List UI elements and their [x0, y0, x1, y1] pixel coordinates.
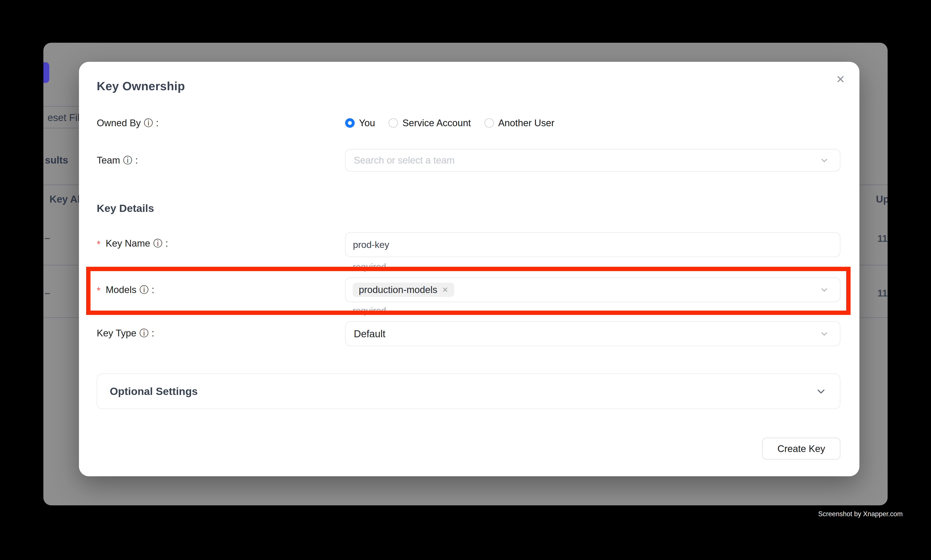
chevron-down-icon[interactable]: [815, 385, 827, 397]
screenshot-canvas: eset Filt sults Key Alia – – Up 11/ 11/ …: [0, 0, 931, 560]
chevron-down-icon: [820, 155, 829, 165]
bg-divider: [43, 185, 79, 185]
key-name-label-text: Key Name: [106, 238, 150, 249]
info-icon[interactable]: ⓘ: [153, 239, 163, 248]
info-icon[interactable]: ⓘ: [140, 329, 149, 338]
reset-filters-fragment: eset Filt: [48, 112, 82, 123]
required-asterisk: *: [97, 239, 100, 250]
bg-divider: [858, 185, 888, 185]
key-details-heading: Key Details: [97, 202, 154, 214]
radio-label: Service Account: [402, 118, 471, 128]
team-select[interactable]: Search or select a team: [345, 149, 840, 172]
chevron-down-icon: [820, 285, 829, 295]
bg-divider: [858, 317, 888, 318]
bg-divider: [43, 128, 79, 128]
models-select[interactable]: production-models ✕: [345, 277, 840, 302]
models-required-hint: required: [353, 306, 386, 316]
table-cell-date: 11/: [877, 288, 888, 298]
radio-option-service-account[interactable]: Service Account: [388, 118, 471, 128]
required-asterisk: *: [97, 285, 100, 296]
key-name-required-hint: required: [353, 262, 386, 272]
owned-by-label: Owned By ⓘ :: [97, 117, 159, 129]
selected-model-tag: production-models ✕: [353, 283, 454, 297]
info-icon[interactable]: ⓘ: [140, 285, 149, 294]
optional-settings-label: Optional Settings: [110, 385, 198, 397]
optional-settings-panel[interactable]: Optional Settings: [97, 374, 840, 409]
bg-divider: [43, 106, 79, 107]
key-name-value: prod-key: [346, 240, 389, 250]
models-label-text: Models: [106, 284, 137, 295]
radio-unselected-icon[interactable]: [485, 118, 494, 128]
chevron-down-icon: [820, 329, 829, 338]
team-label: Team ⓘ :: [97, 154, 138, 167]
watermark-text: Screenshot by Xnapper.com: [818, 510, 903, 518]
table-cell-date: 11/: [877, 233, 888, 244]
bg-divider: [858, 265, 888, 265]
key-name-input[interactable]: prod-key: [345, 232, 840, 257]
app-window-backdrop: eset Filt sults Key Alia – – Up 11/ 11/ …: [43, 43, 888, 505]
results-count-fragment: sults: [45, 154, 68, 166]
radio-option-another-user[interactable]: Another User: [485, 118, 554, 128]
radio-label: Another User: [498, 118, 554, 128]
colon: :: [135, 155, 138, 166]
owned-by-label-text: Owned By: [97, 118, 141, 128]
table-cell-dash: –: [45, 232, 50, 243]
key-type-select[interactable]: Default: [345, 321, 840, 346]
radio-selected-icon[interactable]: [345, 118, 355, 128]
table-cell-dash: –: [45, 287, 50, 298]
bg-divider: [43, 317, 79, 318]
modal-title: Key Ownership: [97, 79, 185, 93]
create-key-button[interactable]: Create Key: [762, 438, 840, 460]
colon: :: [156, 118, 159, 128]
selected-model-tag-text: production-models: [359, 284, 437, 295]
key-type-label: Key Type ⓘ :: [97, 327, 154, 340]
key-type-value: Default: [346, 328, 385, 340]
key-ownership-modal: Key Ownership ✕ Owned By ⓘ : You Service…: [79, 62, 859, 476]
owned-by-radio-group: You Service Account Another User: [345, 117, 554, 129]
key-type-label-text: Key Type: [97, 328, 137, 338]
team-select-placeholder: Search or select a team: [346, 155, 455, 166]
colon: :: [152, 328, 154, 338]
radio-label: You: [359, 118, 375, 128]
info-icon[interactable]: ⓘ: [144, 118, 153, 128]
close-icon[interactable]: ✕: [836, 74, 845, 85]
info-icon[interactable]: ⓘ: [123, 156, 132, 165]
create-key-button-fragment: [43, 62, 49, 83]
radio-unselected-icon[interactable]: [388, 118, 398, 128]
updated-column-header-fragment: Up: [876, 193, 888, 205]
colon: :: [152, 284, 154, 295]
key-name-label: * Key Name ⓘ :: [97, 237, 168, 250]
team-label-text: Team: [97, 155, 120, 166]
colon: :: [166, 238, 168, 249]
bg-divider: [43, 265, 79, 265]
models-label: * Models ⓘ :: [97, 283, 154, 296]
radio-option-you[interactable]: You: [345, 118, 375, 128]
tag-remove-icon[interactable]: ✕: [442, 285, 448, 294]
